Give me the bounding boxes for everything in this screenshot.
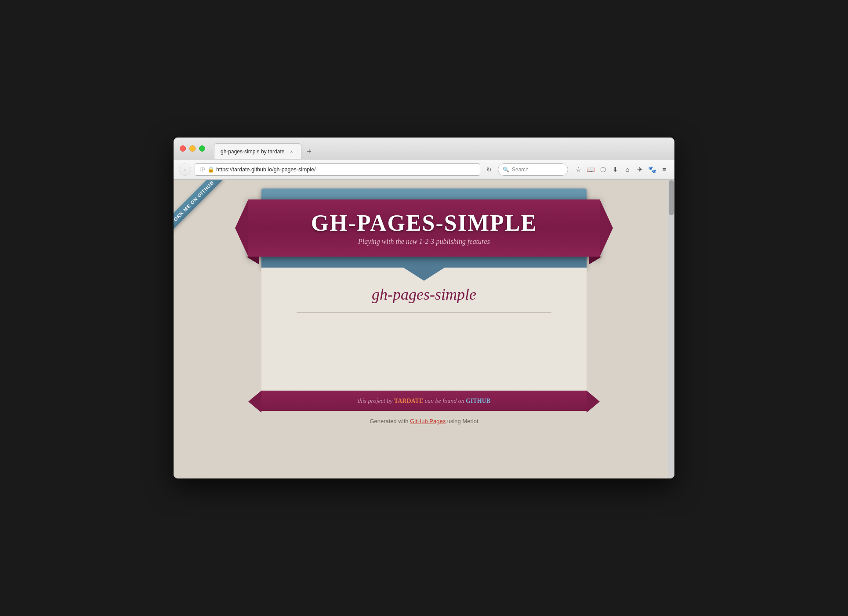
- nav-icons: ☆ 📖 ⬡ ⬇ ⌂ ✈ 🐾 ≡: [573, 165, 669, 174]
- footer-prefix: this project by: [358, 398, 394, 404]
- back-button[interactable]: ‹: [179, 163, 191, 176]
- footer-author: TARDATE: [394, 398, 423, 404]
- page-heading: gh-pages-simple: [288, 285, 560, 304]
- back-icon: ‹: [184, 166, 186, 173]
- fork-ribbon-container: FORK ME ON GITHUB: [174, 180, 253, 259]
- minimize-button[interactable]: [189, 145, 196, 152]
- tab-close-button[interactable]: ×: [288, 148, 295, 155]
- send-button[interactable]: ✈: [635, 165, 645, 174]
- extension-button[interactable]: 🐾: [647, 165, 657, 174]
- red-banner: GH-PAGES-SIMPLE Playing with the new 1-2…: [248, 199, 600, 257]
- search-icon: 🔍: [503, 167, 509, 173]
- footer-platform: GITHUB: [466, 398, 490, 404]
- scrollbar-thumb[interactable]: [669, 180, 674, 215]
- url-text: https://tardate.github.io/gh-pages-simpl…: [216, 167, 316, 173]
- search-placeholder: Search: [512, 167, 529, 173]
- lock-icon: 🔒: [207, 166, 214, 173]
- download-button[interactable]: ⬇: [610, 165, 620, 174]
- banner-outer: GH-PAGES-SIMPLE Playing with the new 1-2…: [261, 188, 587, 411]
- menu-button[interactable]: ≡: [660, 165, 669, 174]
- bookmark-button[interactable]: ☆: [573, 165, 583, 174]
- content-area: gh-pages-simple: [261, 268, 587, 391]
- search-bar[interactable]: 🔍 Search: [498, 163, 568, 176]
- maximize-button[interactable]: [199, 145, 205, 152]
- browser-window: gh-pages-simple by tardate × + ‹ ⓘ 🔒 htt…: [174, 138, 674, 478]
- fork-ribbon[interactable]: FORK ME ON GITHUB: [174, 180, 223, 232]
- generated-suffix: using Merlot: [446, 418, 478, 424]
- tabs-area: gh-pages-simple by tardate × +: [214, 138, 315, 159]
- content-divider: [297, 312, 551, 313]
- generated-text: Generated with GitHub Pages using Merlot: [362, 411, 485, 431]
- close-button[interactable]: [180, 145, 186, 152]
- banner-title: GH-PAGES-SIMPLE: [311, 210, 537, 236]
- pocket-button[interactable]: ⬡: [598, 165, 608, 174]
- generated-prefix: Generated with: [370, 418, 410, 424]
- banner-right-fold: [589, 257, 602, 265]
- refresh-icon: ↻: [486, 166, 492, 173]
- address-bar[interactable]: ⓘ 🔒 https://tardate.github.io/gh-pages-s…: [195, 163, 480, 176]
- active-tab[interactable]: gh-pages-simple by tardate ×: [214, 143, 301, 159]
- page-content: FORK ME ON GITHUB GH-PAGES-SIMPLE Playin…: [174, 180, 674, 478]
- footer-middle: can be found on: [423, 398, 466, 404]
- info-icon: ⓘ: [199, 166, 206, 173]
- home-button[interactable]: ⌂: [623, 165, 632, 174]
- page-main: FORK ME ON GITHUB GH-PAGES-SIMPLE Playin…: [174, 180, 674, 478]
- nav-bar: ‹ ⓘ 🔒 https://tardate.github.io/gh-pages…: [174, 159, 674, 180]
- footer-ribbon: this project by TARDATE can be found on …: [261, 391, 587, 411]
- main-wrapper: FORK ME ON GITHUB GH-PAGES-SIMPLE Playin…: [174, 180, 674, 478]
- footer-text: this project by TARDATE can be found on …: [358, 398, 490, 404]
- banner-subtitle: Playing with the new 1-2-3 publishing fe…: [358, 238, 490, 246]
- refresh-button[interactable]: ↻: [484, 164, 494, 175]
- blue-panel: GH-PAGES-SIMPLE Playing with the new 1-2…: [261, 188, 587, 268]
- github-pages-link[interactable]: GitHub Pages: [410, 418, 446, 424]
- tab-title: gh-pages-simple by tardate: [221, 149, 284, 155]
- title-bar: gh-pages-simple by tardate × +: [174, 138, 674, 159]
- window-controls: [180, 145, 205, 152]
- scrollbar[interactable]: [668, 180, 674, 478]
- reading-list-button[interactable]: 📖: [586, 165, 595, 174]
- new-tab-button[interactable]: +: [303, 146, 315, 157]
